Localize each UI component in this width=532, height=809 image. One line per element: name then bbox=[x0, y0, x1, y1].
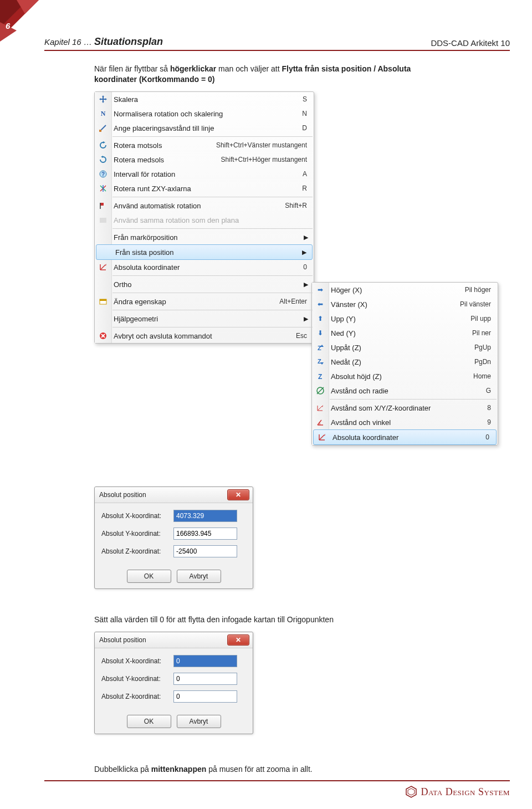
axes-icon bbox=[95, 181, 111, 196]
blank-icon bbox=[95, 277, 111, 291]
field-label: Absolut Z-koordinat: bbox=[101, 693, 173, 700]
menu-item-label: Ned (Y) bbox=[329, 329, 472, 337]
menu-separator bbox=[112, 293, 313, 293]
menu-item[interactable]: ZNedåt (Z)PgDn bbox=[312, 355, 498, 369]
menu-item[interactable]: Ange placeringsavstånd till linjeD bbox=[95, 121, 314, 135]
menu-item[interactable]: SkaleraS bbox=[95, 92, 314, 106]
menu-item-shortcut: Esc bbox=[296, 332, 314, 340]
menu-item-label: Ange placeringsavstånd till linje bbox=[111, 124, 302, 132]
right-icon: ➡ bbox=[312, 283, 329, 297]
menu-item[interactable]: Avstånd som X/Y/Z-koordinater8 bbox=[312, 401, 498, 415]
menu-item-label: Intervall för rotation bbox=[111, 170, 303, 178]
menu-item[interactable]: Avstånd och vinkel9 bbox=[312, 415, 498, 429]
menu-item-label: Skalera bbox=[111, 95, 303, 104]
menu-item-shortcut: Pil upp bbox=[470, 315, 498, 322]
menu-item[interactable]: ?Intervall för rotationA bbox=[95, 167, 314, 181]
coordinate-input[interactable] bbox=[173, 690, 237, 703]
submenu-arrow-icon: ▶ bbox=[304, 234, 314, 241]
menu-item[interactable]: Ortho▶ bbox=[95, 277, 314, 291]
menu-item-label: Avbryt och avsluta kommandot bbox=[111, 332, 296, 340]
menu-item[interactable]: Rotera medsolsShift+Ctrl+Höger mustangen… bbox=[95, 152, 314, 167]
menu-item-label: Från sista position bbox=[113, 248, 302, 257]
page-corner-decoration: 6 bbox=[0, 0, 50, 50]
menu-item-label: Hjälpgeometri bbox=[111, 315, 304, 323]
dialog-row: Absolut Y-koordinat: bbox=[101, 673, 246, 685]
menu-item[interactable]: ⬅Vänster (X)Pil vänster bbox=[312, 297, 498, 311]
field-label: Absolut Z-koordinat: bbox=[101, 547, 173, 555]
close-button[interactable]: ✕ bbox=[227, 489, 249, 500]
svg-rect-15 bbox=[100, 218, 106, 223]
menu-item[interactable]: NNormalisera rotation och skaleringN bbox=[95, 106, 314, 121]
field-label: Absolut X-koordinat: bbox=[101, 512, 173, 520]
ok-button[interactable]: OK bbox=[127, 715, 171, 728]
cancel-icon bbox=[95, 329, 111, 343]
blank-icon bbox=[95, 311, 111, 326]
ccw-icon bbox=[95, 138, 111, 152]
svg-marker-19 bbox=[105, 264, 106, 266]
menu-item-shortcut: Pil höger bbox=[465, 286, 498, 294]
menu-separator bbox=[112, 228, 313, 229]
menu-item[interactable]: Använd automatisk rotationShift+R bbox=[95, 198, 314, 213]
ang-icon bbox=[312, 415, 329, 429]
menu-item[interactable]: ⬇Ned (Y)Pil ner bbox=[312, 326, 498, 340]
menu-item[interactable]: Från sista position▶ bbox=[96, 244, 313, 260]
menu-item-label: Avstånd och vinkel bbox=[329, 418, 487, 427]
ok-button[interactable]: OK bbox=[127, 570, 171, 583]
svg-marker-7 bbox=[101, 156, 103, 158]
svg-rect-13 bbox=[100, 203, 104, 206]
coordinate-input[interactable] bbox=[173, 673, 237, 685]
menu-item-shortcut: PgUp bbox=[474, 344, 498, 351]
menu-item[interactable]: Rotera runt ZXY-axlarnaR bbox=[95, 181, 314, 196]
q-icon: ? bbox=[95, 167, 111, 181]
menu-item[interactable]: Från markörposition▶ bbox=[95, 230, 314, 244]
menu-separator bbox=[330, 399, 497, 400]
menu-item-shortcut: R bbox=[302, 185, 314, 192]
menu-item[interactable]: Avstånd och radieG bbox=[312, 383, 498, 398]
cancel-button[interactable]: Avbryt bbox=[177, 715, 221, 728]
svg-text:Z: Z bbox=[318, 345, 321, 351]
field-label: Absolut Y-koordinat: bbox=[101, 530, 173, 537]
cw-icon bbox=[95, 152, 111, 167]
menu-item-label: Vänster (X) bbox=[329, 300, 460, 309]
coordinate-input[interactable] bbox=[173, 655, 237, 667]
menu-item[interactable]: ⬆Upp (Y)Pil upp bbox=[312, 311, 498, 326]
coordinate-input[interactable] bbox=[173, 528, 237, 540]
dialog-row: Absolut Z-koordinat: bbox=[101, 690, 246, 703]
svg-marker-35 bbox=[322, 405, 323, 407]
close-button[interactable]: ✕ bbox=[227, 634, 249, 646]
menu-item-shortcut: N bbox=[302, 110, 314, 117]
menu-separator bbox=[112, 310, 313, 310]
chapter-title: Situationsplan bbox=[94, 36, 163, 47]
menu-item[interactable]: ZAbsolut höjd (Z)Home bbox=[312, 369, 498, 383]
dialog-row: Absolut Z-koordinat: bbox=[101, 545, 246, 557]
menu-item[interactable]: Avbryt och avsluta kommandotEsc bbox=[95, 329, 314, 343]
menu-item[interactable]: ZUppåt (Z)PgUp bbox=[312, 340, 498, 355]
abs-icon bbox=[95, 260, 111, 274]
chapter-label: Kapitel 16 … bbox=[44, 37, 94, 47]
n-icon: N bbox=[95, 106, 111, 121]
menu-separator bbox=[112, 327, 313, 327]
menu-item[interactable]: Absoluta koordinater0 bbox=[313, 429, 497, 445]
menu-item[interactable]: Absoluta koordinater0 bbox=[95, 260, 314, 274]
menu-item-shortcut: Pil ner bbox=[472, 329, 498, 337]
svg-text:Z: Z bbox=[318, 358, 321, 365]
menu-item-shortcut: Shift+Ctrl+Vänster mustangent bbox=[216, 141, 314, 149]
menu-item[interactable]: ➡Höger (X)Pil höger bbox=[312, 283, 498, 297]
xyz-icon bbox=[312, 401, 329, 415]
menu-separator bbox=[112, 275, 313, 276]
menu-item-shortcut: Home bbox=[473, 372, 498, 380]
footer-brand: Data Design System bbox=[405, 786, 510, 798]
coordinate-input[interactable] bbox=[173, 510, 237, 522]
menu-item-shortcut: Shift+Ctrl+Höger mustangent bbox=[221, 156, 314, 163]
menu-item[interactable]: Rotera motsolsShift+Ctrl+Vänster mustang… bbox=[95, 138, 314, 152]
field-label: Absolut X-koordinat: bbox=[101, 657, 173, 665]
menu-item[interactable]: Ändra egenskapAlt+Enter bbox=[95, 294, 314, 309]
menu-item-shortcut: 9 bbox=[487, 418, 498, 426]
menu-item[interactable]: Hjälpgeometri▶ bbox=[95, 311, 314, 326]
cancel-button[interactable]: Avbryt bbox=[177, 570, 221, 583]
down-icon: ⬇ bbox=[312, 326, 329, 340]
blank-icon bbox=[95, 230, 111, 244]
coordinate-input[interactable] bbox=[173, 545, 237, 557]
menu-item[interactable]: Använd samma rotation som den plana bbox=[95, 213, 314, 227]
zabs-icon: Z bbox=[312, 369, 329, 383]
